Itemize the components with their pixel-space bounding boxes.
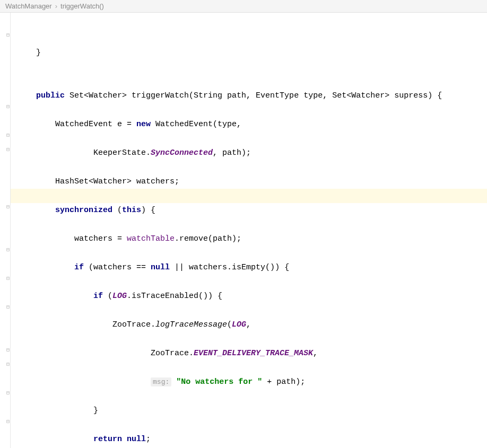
- fold-marker-icon[interactable]: ⊟: [6, 134, 11, 138]
- chevron-right-icon: ›: [55, 2, 57, 10]
- code-line: if (LOG.isTraceEnabled()) {: [17, 289, 487, 303]
- fold-marker-icon[interactable]: ⊟: [6, 420, 11, 424]
- code-line: msg: "No watchers for " + path);: [17, 375, 487, 389]
- fold-marker-icon[interactable]: ⊟: [6, 391, 11, 396]
- fold-marker-icon[interactable]: ⊟: [6, 277, 11, 281]
- code-line: public Set<Watcher> triggerWatch(String …: [17, 89, 487, 103]
- fold-marker-icon[interactable]: ⊟: [6, 148, 11, 152]
- breadcrumb: WatchManager › triggerWatch(): [0, 0, 487, 13]
- code-line: HashSet<Watcher> watchers;: [17, 174, 487, 189]
- code-line: }: [17, 403, 487, 418]
- breadcrumb-class[interactable]: WatchManager: [5, 2, 52, 10]
- fold-marker-icon[interactable]: ⊟: [6, 305, 11, 310]
- code-line: watchers = watchTable.remove(path);: [17, 232, 487, 246]
- code-line: synchronized (this) {: [17, 203, 487, 217]
- fold-marker-icon[interactable]: ⊟: [6, 348, 11, 353]
- code-line: WatchedEvent e = new WatchedEvent(type,: [17, 117, 487, 131]
- code-line: return null;: [17, 432, 487, 446]
- highlighted-line: [11, 189, 487, 203]
- editor-gutter: ⊟ ⊟ ⊟ ⊟ ⊟ ⊟ ⊟ ⊟ ⊟ ⊟ ⊟ ⊟ ⊟: [0, 13, 11, 448]
- code-content[interactable]: } public Set<Watcher> triggerWatch(Strin…: [11, 13, 487, 448]
- code-line: }: [17, 46, 487, 60]
- breadcrumb-method[interactable]: triggerWatch(): [60, 2, 104, 10]
- code-line: ZooTrace.EVENT_DELIVERY_TRACE_MASK,: [17, 346, 487, 361]
- code-line: ZooTrace.logTraceMessage(LOG,: [17, 318, 487, 332]
- fold-marker-icon[interactable]: ⊟: [6, 105, 11, 109]
- fold-marker-icon[interactable]: ⊟: [6, 248, 11, 252]
- fold-marker-icon[interactable]: ⊟: [6, 363, 11, 367]
- code-editor[interactable]: ⊟ ⊟ ⊟ ⊟ ⊟ ⊟ ⊟ ⊟ ⊟ ⊟ ⊟ ⊟ ⊟ } public Set<W…: [0, 13, 487, 448]
- code-line: KeeperState.SyncConnected, path);: [17, 146, 487, 160]
- parameter-hint: msg:: [151, 377, 171, 386]
- fold-marker-icon[interactable]: ⊟: [6, 33, 11, 38]
- code-line: if (watchers == null || watchers.isEmpty…: [17, 260, 487, 275]
- fold-marker-icon[interactable]: ⊟: [6, 205, 11, 209]
